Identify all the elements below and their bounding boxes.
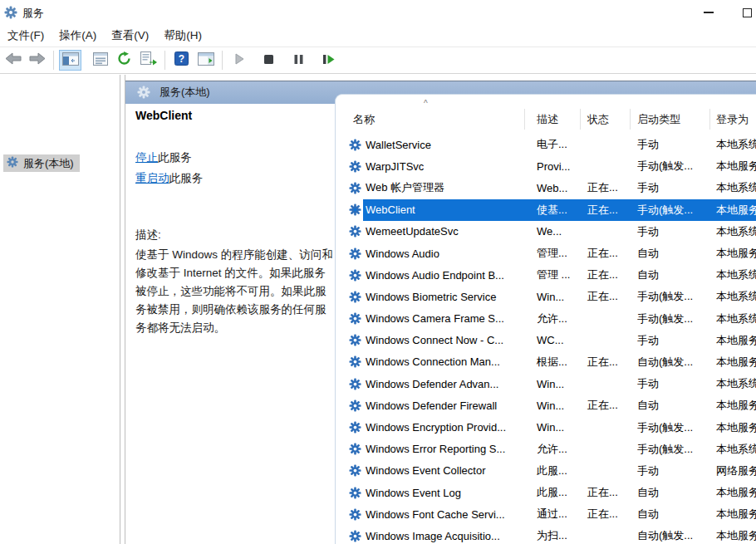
forward-icon — [29, 52, 46, 68]
console-tree-icon — [62, 52, 79, 69]
cell-startup-type: 手动 — [630, 224, 709, 239]
table-row[interactable]: Windows Image Acquisitio...为扫...自动(触发...… — [336, 525, 756, 544]
table-row[interactable]: Windows Defender FirewallWin...正在...自动本地… — [336, 395, 756, 416]
menu-item[interactable]: 操作(A) — [52, 25, 104, 47]
cell-description: Win... — [524, 421, 580, 434]
table-row[interactable]: Windows Font Cache Servi...通过...正在...自动本… — [336, 503, 756, 525]
cell-startup-type: 自动(触发... — [630, 355, 709, 370]
cell-log-on-as: 本地系统 — [709, 267, 756, 282]
refresh-button[interactable] — [113, 50, 135, 71]
pause-service-button[interactable] — [287, 50, 310, 71]
table-row[interactable]: Windows Audio Endpoint B...管理 ...正在...自动… — [336, 264, 756, 286]
maximize-icon — [743, 8, 752, 17]
toolbar-separator — [53, 51, 54, 70]
service-gear-icon — [349, 291, 361, 303]
service-name: Windows Defender Firewall — [366, 399, 497, 412]
stop-service-line: 停止此服务 — [135, 150, 192, 165]
column-header-description[interactable]: 描述 — [537, 112, 558, 127]
service-name: Windows Camera Frame S... — [366, 312, 504, 325]
stop-service-button[interactable] — [258, 50, 280, 71]
restart-service-suffix: 此服务 — [169, 172, 204, 184]
cell-name: Windows Connection Man... — [336, 355, 524, 368]
cell-name: Windows Error Reporting S... — [336, 443, 524, 455]
table-row[interactable]: WalletService电子...手动本地系统 — [336, 134, 756, 155]
table-row[interactable]: Windows Camera Frame S...允许...手动(触发...本地… — [336, 308, 756, 330]
column-header-name[interactable]: 名称 — [353, 112, 375, 127]
table-row[interactable]: WemeetUpdateSvcWe...手动本地系统 — [336, 221, 756, 243]
services-gear-icon — [7, 156, 18, 170]
cell-name: WebClient — [336, 203, 524, 216]
cell-status: 正在... — [580, 289, 630, 304]
cell-name: WalletService — [336, 139, 524, 151]
cell-log-on-as: 本地服务 — [709, 203, 756, 218]
minimize-button[interactable] — [695, 0, 723, 25]
table-row[interactable]: Windows Event Collector此服...手动网络服务 — [336, 460, 756, 482]
stop-service-link[interactable]: 停止 — [135, 151, 158, 164]
cell-status: 正在... — [580, 203, 630, 218]
cell-name: Windows Connect Now - C... — [336, 334, 524, 346]
cell-status: 正在... — [580, 507, 630, 522]
export-list-button[interactable] — [137, 50, 160, 71]
pane-divider[interactable] — [120, 75, 120, 544]
restart-service-button[interactable] — [317, 50, 340, 71]
table-row[interactable]: Windows Error Reporting S...允许...手动(触发..… — [336, 439, 756, 460]
table-row[interactable]: Windows Audio管理...正在...自动本地服务 — [336, 243, 756, 264]
service-gear-icon — [349, 269, 361, 282]
cell-startup-type: 手动 — [630, 463, 709, 478]
cell-log-on-as: 本地服务 — [709, 528, 756, 543]
service-name: WarpJITSvc — [366, 160, 424, 173]
cell-description: 通过... — [524, 507, 580, 522]
menu-item[interactable]: 查看(V) — [104, 25, 156, 47]
back-button[interactable] — [2, 50, 24, 71]
service-name: Web 帐户管理器 — [366, 180, 444, 195]
table-row[interactable]: WarpJITSvcProvi...手动(触发...本地服务 — [336, 155, 756, 177]
service-name: Windows Audio Endpoint B... — [366, 269, 504, 282]
services-window: 服务 文件(F)操作(A)查看(V)帮助(H) ? 服务(本地) 服务(本地) … — [0, 0, 756, 544]
cell-status: 正在... — [580, 246, 630, 261]
service-name: Windows Connection Man... — [366, 355, 500, 368]
maximize-button[interactable] — [733, 0, 756, 25]
service-gear-icon — [349, 247, 361, 260]
cell-log-on-as: 本地系统 — [709, 224, 756, 239]
menu-item[interactable]: 文件(F) — [0, 25, 52, 47]
forward-button[interactable] — [26, 50, 48, 71]
column-separator — [630, 109, 631, 130]
cell-log-on-as: 本地服务 — [709, 246, 756, 261]
column-header-status[interactable]: 状态 — [587, 112, 609, 127]
service-gear-icon — [349, 139, 361, 151]
service-gear-icon — [349, 203, 361, 216]
table-row[interactable]: Windows Encryption Provid...Win...手动(触发.… — [336, 416, 756, 438]
cell-status: 正在... — [580, 398, 630, 413]
show-action-pane-button[interactable] — [194, 50, 217, 71]
service-gear-icon — [349, 508, 361, 521]
cell-description: 为扫... — [524, 528, 580, 543]
table-row[interactable]: Windows Connect Now - C...WC...手动本地服务 — [336, 330, 756, 351]
service-name: WalletService — [366, 139, 431, 151]
restart-service-link[interactable]: 重启动 — [135, 172, 169, 184]
help-button[interactable]: ? — [170, 50, 193, 71]
table-row[interactable]: Web 帐户管理器Web...正在...手动本地系统 — [336, 177, 756, 198]
table-row[interactable]: Windows Event Log此服...正在...自动本地服务 — [336, 482, 756, 503]
cell-log-on-as: 网络服务 — [709, 463, 756, 478]
show-console-tree-button[interactable] — [59, 50, 81, 71]
properties-button[interactable] — [89, 50, 111, 71]
toolbar: ? — [0, 47, 756, 74]
column-header-log-on-as[interactable]: 登录为 — [716, 112, 749, 127]
cell-description: Web... — [524, 182, 580, 194]
cell-status: 正在... — [580, 355, 630, 370]
service-gear-icon — [349, 225, 361, 238]
table-row[interactable]: Windows Connection Man...根据...正在...自动(触发… — [336, 351, 756, 373]
menu-item[interactable]: 帮助(H) — [156, 25, 209, 47]
start-service-button[interactable] — [228, 50, 250, 71]
table-row[interactable]: WebClient使基...正在...手动(触发...本地服务 — [336, 199, 756, 221]
sidebar-item-services-local[interactable]: 服务(本地) — [3, 154, 80, 172]
table-row[interactable]: Windows Biometric ServiceWin...正在...手动(触… — [336, 286, 756, 307]
cell-startup-type: 自动 — [630, 507, 709, 522]
service-gear-icon — [349, 399, 361, 412]
properties-icon — [93, 52, 108, 69]
cell-description: 允许... — [524, 311, 580, 326]
table-row[interactable]: Windows Defender Advan...Win...手动本地系统 — [336, 373, 756, 395]
column-header-startup-type[interactable]: 启动类型 — [637, 112, 680, 127]
pane-header-title: 服务(本地) — [160, 85, 210, 100]
cell-startup-type: 自动 — [630, 246, 709, 261]
